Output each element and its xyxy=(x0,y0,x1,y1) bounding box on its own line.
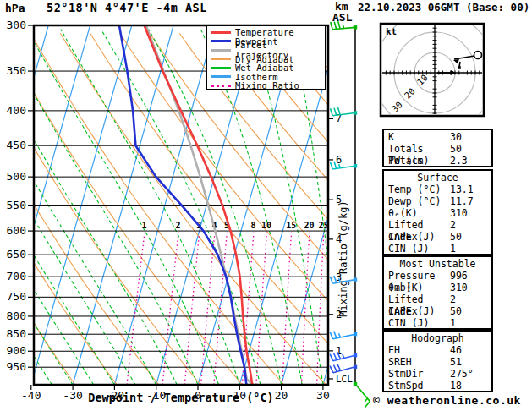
panel-row-value: 2 xyxy=(450,219,487,231)
panel-row-value: 50 xyxy=(450,143,487,155)
wind-barb xyxy=(354,382,370,408)
mixing-ratio-line-label: 8 xyxy=(251,221,256,230)
km-tick-label: 6 xyxy=(336,154,342,166)
wind-barb xyxy=(330,332,357,339)
panel-row: Dewp (°C)11.7 xyxy=(388,195,487,207)
panel-row: θₑ (K)310 xyxy=(388,282,487,293)
panel-row-value: 11.7 xyxy=(450,195,487,207)
panel-most-unstable: Most UnstablePressure (mb)996θₑ (K)310Li… xyxy=(382,255,493,330)
pressure-tick-label: 450 xyxy=(7,139,26,151)
wind-barb xyxy=(330,364,357,372)
panel-row-value: 2 xyxy=(450,293,487,305)
panel-row-label: K xyxy=(388,131,450,143)
panel-row: StmSpd (kt)18 xyxy=(388,380,487,392)
pressure-tick-label: 500 xyxy=(7,170,26,183)
pressure-tick-label: 900 xyxy=(7,344,26,357)
panel-row-label: CIN (J) xyxy=(388,243,450,255)
panel-row-value: 1 xyxy=(450,243,487,255)
lcl-label: LCL xyxy=(336,374,353,385)
panel-row: Lifted Index2 xyxy=(388,293,487,305)
x-axis-label: Dewpoint / Temperature (°C) xyxy=(34,392,328,404)
panel-row: Temp (°C)13.1 xyxy=(388,184,487,195)
panel-row: K30 xyxy=(388,131,487,143)
datetime-title: 22.10.2023 06GMT (Base: 00) xyxy=(358,2,529,14)
hodograph-unit-label: kt xyxy=(386,26,397,37)
pressure-tick-label: 850 xyxy=(7,327,26,340)
mixing-ratio-lines xyxy=(127,233,324,385)
mixing-ratio-line-label: 10 xyxy=(261,221,271,230)
hodograph: 102030kt xyxy=(374,12,496,134)
panel-row: EH46 xyxy=(388,344,487,356)
panel-indices: K30Totals Totals50PW (cm)2.3 xyxy=(382,129,493,167)
panel-row-label: CIN (J) xyxy=(388,317,450,329)
panel-row: Pressure (mb)996 xyxy=(388,270,487,282)
panel-surface: SurfaceTemp (°C)13.1Dewp (°C)11.7θₑ(K)31… xyxy=(382,169,493,255)
panel-row-label: EH xyxy=(388,344,450,356)
pressure-tick-label: 950 xyxy=(7,360,26,373)
panel-title: Hodograph xyxy=(388,332,487,344)
panel-row-value: 1 xyxy=(450,317,487,329)
panel-row-value: 996 xyxy=(450,270,487,282)
pressure-tick-label: 800 xyxy=(7,310,26,322)
mixing-ratio-line-label: 20 xyxy=(304,221,315,230)
panel-row-value: 50 xyxy=(450,231,487,243)
pressure-tick-label: 300 xyxy=(7,19,26,31)
panel-row: CIN (J)1 xyxy=(388,317,487,329)
pressure-tick-label: 600 xyxy=(7,224,26,237)
wind-barb xyxy=(330,162,357,169)
panel-row-label: Temp (°C) xyxy=(388,184,450,195)
panel-row-label: StmDir xyxy=(388,368,450,380)
panel-row-label: Dewp (°C) xyxy=(388,195,450,207)
mixing-ratio-line-label: 2 xyxy=(175,221,180,230)
copyright: © weatheronline.co.uk xyxy=(373,395,521,407)
panel-row-label: PW (cm) xyxy=(388,155,450,167)
mixing-ratio-axis-label: Mixing Ratio (g/kg) xyxy=(337,200,349,316)
panel-row: PW (cm)2.3 xyxy=(388,155,487,167)
legend-swatch-dewpoint xyxy=(211,40,231,42)
panel-row-label: CAPE (J) xyxy=(388,231,450,243)
panel-row-label: Lifted Index xyxy=(388,293,450,305)
panel-row-value: 13.1 xyxy=(450,184,487,195)
panel-row-value: 2.3 xyxy=(450,155,487,167)
mixing-ratio-line-label: 1 xyxy=(141,221,146,230)
panel-row-label: θₑ(K) xyxy=(388,207,450,219)
pressure-tick-label: 650 xyxy=(7,248,26,260)
skewt-sounding-page: 1234581015202530035040045050055060065070… xyxy=(0,0,532,411)
panel-row-label: Pressure (mb) xyxy=(388,270,450,282)
panel-row-label: Totals Totals xyxy=(388,143,450,155)
legend-swatch-dry-adiabat xyxy=(211,58,231,60)
pressure-unit-label: hPa xyxy=(5,3,25,14)
panel-row-label: CAPE (J) xyxy=(388,305,450,317)
legend-swatch-wet-adiabat xyxy=(211,67,231,69)
legend: TemperatureDewpointParcel TrajectoryDry … xyxy=(206,25,326,90)
panel-row-value: 310 xyxy=(450,282,487,293)
panel-row: Totals Totals50 xyxy=(388,143,487,155)
panel-row-value: 275° xyxy=(450,368,487,380)
panel-row: CIN (J)1 xyxy=(388,243,487,255)
panel-row: Lifted Index2 xyxy=(388,219,487,231)
panel-row: StmDir275° xyxy=(388,368,487,380)
panel-row: CAPE (J)50 xyxy=(388,231,487,243)
panel-row: θₑ(K)310 xyxy=(388,207,487,219)
altitude-unit-asl-label: ASL xyxy=(332,12,352,24)
pressure-tick-label: 400 xyxy=(7,104,26,117)
panel-row-value: 30 xyxy=(450,131,487,143)
legend-label: Mixing Ratio xyxy=(235,80,299,90)
panel-row-value: 18 xyxy=(450,380,487,392)
panel-title: Most Unstable xyxy=(388,258,487,270)
panel-row-value: 50 xyxy=(450,305,487,317)
panel-row-value: 310 xyxy=(450,207,487,219)
panel-row: CAPE (J)50 xyxy=(388,305,487,317)
panel-hodograph: HodographEH46SREH51StmDir275°StmSpd (kt)… xyxy=(382,330,493,392)
pressure-tick-label: 350 xyxy=(7,64,26,77)
panel-row-value: 46 xyxy=(450,344,487,356)
panel-row-label: StmSpd (kt) xyxy=(388,380,450,392)
mixing-ratio-line-label: 15 xyxy=(286,221,296,230)
pressure-tick-label: 700 xyxy=(7,270,26,282)
panel-row-label: SREH xyxy=(388,356,450,368)
pressure-axis: 3003504004505005506006507007508008509009… xyxy=(7,19,34,373)
panel-row: SREH51 xyxy=(388,356,487,368)
pressure-tick-label: 750 xyxy=(7,290,26,303)
legend-swatch-temperature xyxy=(211,31,231,34)
legend-swatch-isotherm xyxy=(211,75,231,78)
